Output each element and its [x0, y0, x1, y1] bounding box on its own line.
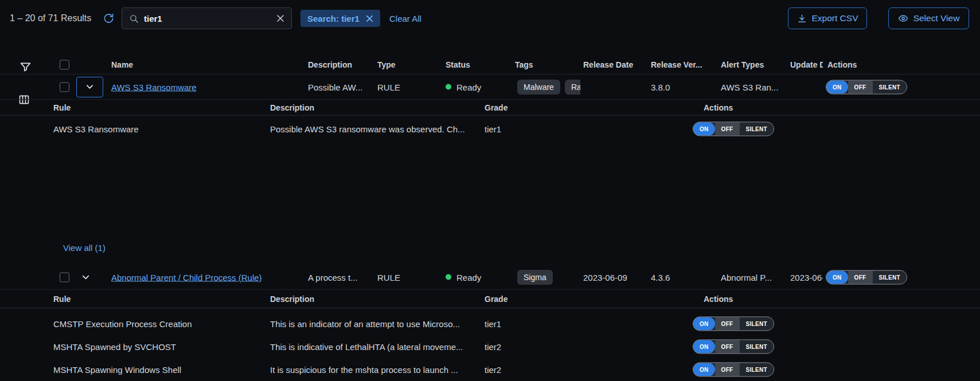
- column-header-release-date: Release Date: [583, 60, 633, 69]
- sub-rule-name: MSHTA Spawning Windows Shell: [53, 365, 181, 375]
- row-checkbox[interactable]: [60, 272, 69, 282]
- rule-status: Ready: [446, 82, 481, 92]
- collapse-row-button[interactable]: [81, 273, 90, 281]
- rule-name-link[interactable]: Abnormal Parent / Child Process (Rule): [111, 272, 262, 282]
- toggle-on-option[interactable]: ON: [826, 270, 848, 284]
- column-header-actions: Actions: [827, 60, 857, 69]
- chevron-down-icon: [81, 273, 90, 281]
- status-ready-dot: [446, 274, 451, 280]
- column-header-update-date: Update D...: [790, 60, 823, 69]
- toggle-off-option[interactable]: OFF: [715, 340, 740, 353]
- column-header-release-ver: Release Ver...: [651, 60, 702, 69]
- clear-all-link[interactable]: Clear All: [389, 14, 421, 23]
- sub-rule-name: AWS S3 Ransomware: [53, 124, 139, 134]
- sub-rule-description: It is suspicious for the mshta process t…: [270, 365, 458, 375]
- select-view-label: Select View: [913, 13, 960, 23]
- table-row: Abnormal Parent / Child Process (Rule) A…: [0, 265, 980, 290]
- toggle-off-option[interactable]: OFF: [848, 270, 873, 284]
- state-toggle[interactable]: ON OFF SILENT: [826, 270, 907, 284]
- sub-rule-description: Possible AWS S3 ransomware was observed.…: [270, 124, 465, 134]
- search-input[interactable]: [144, 14, 271, 23]
- collapse-row-button[interactable]: [76, 77, 103, 97]
- refresh-button[interactable]: [103, 13, 114, 24]
- toggle-silent-option[interactable]: SILENT: [740, 123, 774, 136]
- state-toggle[interactable]: ON OFF SILENT: [693, 363, 774, 377]
- sub-table-header: Rule Description Grade Actions: [0, 100, 980, 116]
- search-clear-icon[interactable]: [276, 14, 284, 22]
- toggle-silent-option[interactable]: SILENT: [740, 363, 774, 376]
- sub-rule-row: MSHTA Spawned by SVCHOST This is indicat…: [0, 336, 980, 358]
- rule-description: A process t...: [308, 272, 358, 282]
- toggle-off-option[interactable]: OFF: [715, 363, 740, 376]
- toggle-on-option[interactable]: ON: [693, 123, 715, 136]
- rule-tags: Malware Ra: [515, 80, 580, 95]
- sub-rule-row: AWS S3 Ransomware Possible AWS S3 ransom…: [0, 118, 980, 140]
- expanded-rule-panel: Rule Description Grade Actions AWS S3 Ra…: [0, 100, 980, 265]
- rules-manager-screen: 1 – 20 of 71 Results Search: tier1 Clear…: [0, 0, 980, 381]
- rule-tags: Sigma: [515, 270, 580, 285]
- export-csv-label: Export CSV: [812, 13, 858, 23]
- rule-type: RULE: [377, 272, 400, 282]
- search-icon: [129, 14, 139, 23]
- state-toggle[interactable]: ON OFF SILENT: [693, 340, 774, 354]
- toggle-on-option[interactable]: ON: [693, 340, 715, 353]
- column-header-tags: Tags: [515, 60, 580, 69]
- sub-rule-grade: tier1: [485, 124, 501, 134]
- toggle-off-option[interactable]: OFF: [848, 80, 873, 93]
- toggle-off-option[interactable]: OFF: [715, 317, 740, 331]
- sub-column-actions: Actions: [704, 103, 733, 112]
- download-icon: [797, 14, 807, 23]
- rule-release-date: 2023-06-09: [583, 272, 627, 282]
- toggle-silent-option[interactable]: SILENT: [740, 340, 774, 353]
- status-label: Ready: [456, 82, 481, 92]
- toggle-off-option[interactable]: OFF: [715, 123, 740, 136]
- rule-update-date: 2023-06-09: [790, 272, 823, 282]
- status-label: Ready: [456, 272, 481, 282]
- sub-rule-name: MSHTA Spawned by SVCHOST: [53, 342, 176, 352]
- filter-chip-label: Search: tier1: [307, 14, 360, 23]
- toggle-on-option[interactable]: ON: [693, 317, 715, 331]
- status-ready-dot: [446, 84, 451, 90]
- tag-chip: Sigma: [517, 270, 553, 285]
- select-all-checkbox[interactable]: [60, 60, 69, 69]
- rule-type: RULE: [377, 82, 400, 92]
- sub-rule-name: CMSTP Execution Process Creation: [53, 319, 192, 329]
- results-count: 1 – 20 of 71 Results: [10, 13, 91, 23]
- search-box: [122, 7, 292, 29]
- rule-name-link[interactable]: AWS S3 Ransomware: [111, 82, 197, 92]
- toggle-silent-option[interactable]: SILENT: [873, 80, 907, 93]
- state-toggle[interactable]: ON OFF SILENT: [693, 317, 774, 331]
- sub-rule-description: This is an indicator of an attempt to us…: [270, 319, 460, 329]
- sub-rule-grade: tier2: [485, 365, 501, 375]
- export-csv-button[interactable]: Export CSV: [788, 7, 867, 29]
- sub-column-rule: Rule: [53, 294, 71, 304]
- rule-status: Ready: [446, 272, 481, 282]
- rule-alert-types: AWS S3 Ran...: [721, 82, 778, 92]
- top-toolbar: 1 – 20 of 71 Results Search: tier1 Clear…: [0, 0, 980, 37]
- tag-chip: Malware: [517, 80, 560, 95]
- sub-column-description: Description: [270, 103, 314, 112]
- sub-column-grade: Grade: [485, 103, 507, 112]
- chevron-down-icon: [85, 83, 94, 91]
- sub-rule-row: CMSTP Execution Process Creation This is…: [0, 313, 980, 335]
- rule-release-ver: 3.8.0: [651, 82, 670, 92]
- row-checkbox[interactable]: [60, 82, 69, 92]
- toggle-silent-option[interactable]: SILENT: [740, 317, 774, 331]
- table-row: AWS S3 Ransomware Possible AW... RULE Re…: [0, 74, 980, 100]
- view-all-link[interactable]: View all (1): [63, 243, 106, 253]
- chip-close-icon[interactable]: [366, 15, 373, 22]
- state-toggle[interactable]: ON OFF SILENT: [826, 80, 907, 94]
- state-toggle[interactable]: ON OFF SILENT: [693, 122, 774, 136]
- select-view-button[interactable]: Select View: [888, 7, 969, 29]
- column-header-alert-types: Alert Types: [721, 60, 764, 69]
- toggle-on-option[interactable]: ON: [693, 363, 715, 376]
- active-filter-chip[interactable]: Search: tier1: [300, 10, 380, 27]
- toggle-on-option[interactable]: ON: [826, 80, 848, 93]
- eye-icon: [898, 13, 908, 23]
- tag-chip: Ra: [565, 80, 580, 95]
- sub-rule-description: This is indicative of LethalHTA (a later…: [270, 342, 463, 352]
- refresh-icon: [103, 13, 114, 24]
- sub-column-rule: Rule: [53, 103, 71, 112]
- column-header-type: Type: [377, 60, 396, 69]
- toggle-silent-option[interactable]: SILENT: [873, 270, 907, 284]
